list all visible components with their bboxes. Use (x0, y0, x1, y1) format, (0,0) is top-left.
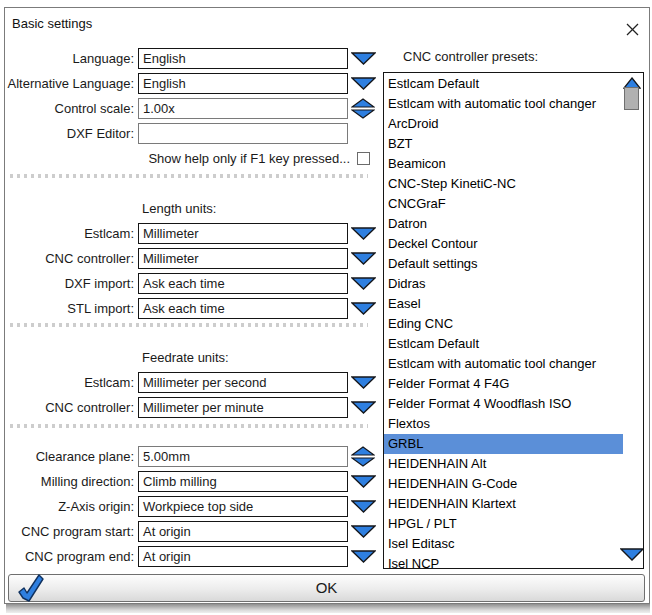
preset-item[interactable]: HPGL / PLT (384, 514, 623, 534)
feedrate-estlcam-dropdown[interactable]: Millimeter per second (138, 372, 348, 393)
feedrate-cnc-controller-label: CNC controller: (5, 397, 134, 418)
preset-item[interactable]: Didras (384, 274, 623, 294)
preset-item[interactable]: HEIDENHAIN G-Code (384, 474, 623, 494)
preset-item[interactable]: Estlcam with automatic tool changer (384, 354, 623, 374)
preset-item[interactable]: Datron (384, 214, 623, 234)
feedrate-cnc-controller-dropdown[interactable]: Millimeter per minute (138, 397, 348, 418)
scroll-down-icon[interactable] (620, 547, 644, 565)
length-estlcam-label: Estlcam: (5, 223, 134, 244)
preset-item[interactable]: Felder Format 4 Woodflash ISO (384, 394, 623, 414)
milling-direction-dropdown[interactable]: Climb milling (138, 471, 348, 492)
chevron-down-icon[interactable] (348, 372, 378, 393)
preset-item[interactable]: ArcDroid (384, 114, 623, 134)
language-row: Language:English (5, 48, 378, 69)
ok-button-label: OK (9, 579, 644, 596)
chevron-down-icon[interactable] (348, 496, 378, 517)
control-scale-row: Control scale:1.00x (5, 98, 378, 119)
z-axis-origin-dropdown[interactable]: Workpiece top side (138, 496, 348, 517)
language-dropdown[interactable]: English (138, 48, 348, 69)
chevron-down-icon[interactable] (348, 73, 378, 94)
length-estlcam-row: Estlcam:Millimeter (5, 223, 378, 244)
cnc-program-end-dropdown[interactable]: At origin (138, 546, 348, 567)
chevron-down-icon[interactable] (348, 248, 378, 269)
close-icon[interactable] (623, 20, 641, 38)
chevron-down-icon[interactable] (348, 521, 378, 542)
cnc-program-start-label: CNC program start: (5, 521, 134, 542)
z-axis-origin-label: Z-Axis origin: (5, 496, 134, 517)
spacer (348, 123, 378, 144)
clearance-plane-row: Clearance plane:5.00mm (5, 446, 378, 467)
presets-listbox[interactable]: Estlcam DefaultEstlcam with automatic to… (383, 72, 644, 569)
general-settings-group: Language:EnglishAlternative Language:Eng… (5, 48, 378, 148)
length-estlcam-dropdown[interactable]: Millimeter (138, 223, 348, 244)
preset-item[interactable]: Felder Format 4 F4G (384, 374, 623, 394)
chevron-down-icon[interactable] (348, 223, 378, 244)
cnc-program-start-row: CNC program start:At origin (5, 521, 378, 542)
stl-import-label: STL import: (5, 298, 134, 319)
help-checkbox[interactable] (357, 152, 370, 165)
chevron-down-icon[interactable] (348, 273, 378, 294)
milling-direction-row: Milling direction:Climb milling (5, 471, 378, 492)
length-cnc-controller-label: CNC controller: (5, 248, 134, 269)
preset-item[interactable]: Easel (384, 294, 623, 314)
dxf-import-label: DXF import: (5, 273, 134, 294)
chevron-down-icon[interactable] (348, 298, 378, 319)
preset-item[interactable]: Deckel Contour (384, 234, 623, 254)
chevron-down-icon[interactable] (348, 48, 378, 69)
ok-button[interactable]: OK (8, 574, 645, 602)
length-units-group: Length units:Estlcam:MillimeterCNC contr… (5, 202, 378, 323)
preset-item[interactable]: Isel Editasc (384, 534, 623, 554)
clearance-plane-field[interactable]: 5.00mm (138, 446, 348, 467)
presets-list: Estlcam DefaultEstlcam with automatic to… (384, 74, 623, 568)
window-shadow (6, 604, 650, 613)
dashed-separator (10, 323, 368, 327)
alternative-language-label: Alternative Language: (5, 73, 134, 94)
preset-item[interactable]: BZT (384, 134, 623, 154)
cnc-program-end-label: CNC program end: (5, 546, 134, 567)
feedrate-cnc-controller-row: CNC controller:Millimeter per minute (5, 397, 378, 418)
preset-item[interactable]: CNCGraF (384, 194, 623, 214)
dxf-editor-field[interactable] (138, 123, 348, 144)
preset-item[interactable]: Estlcam with automatic tool changer (384, 94, 623, 114)
scrollbar-thumb[interactable] (624, 87, 639, 110)
length-cnc-controller-dropdown[interactable]: Millimeter (138, 248, 348, 269)
preset-item[interactable]: Eding CNC (384, 314, 623, 334)
chevron-down-icon[interactable] (348, 471, 378, 492)
dxf-import-dropdown[interactable]: Ask each time (138, 273, 348, 294)
dashed-separator (10, 424, 368, 428)
chevron-down-icon[interactable] (348, 546, 378, 567)
scrollbar[interactable] (622, 73, 642, 568)
up-down-spinner-icon[interactable] (348, 446, 378, 467)
preset-item[interactable]: GRBL (384, 434, 623, 454)
preset-item[interactable]: Estlcam Default (384, 334, 623, 354)
control-scale-label: Control scale: (5, 98, 134, 119)
preset-item[interactable]: HEIDENHAIN Alt (384, 454, 623, 474)
preset-item[interactable]: Estlcam Default (384, 74, 623, 94)
dashed-separator (10, 174, 368, 178)
length-cnc-controller-row: CNC controller:Millimeter (5, 248, 378, 269)
group-header: Length units: (142, 202, 378, 216)
preset-item[interactable]: HEIDENHAIN Klartext (384, 494, 623, 514)
dxf-editor-label: DXF Editor: (5, 123, 134, 144)
help-checkbox-row: Show help only if F1 key pressed... (5, 150, 370, 166)
preset-item[interactable]: Flextos (384, 414, 623, 434)
chevron-down-icon[interactable] (348, 397, 378, 418)
window-title: Basic settings (12, 16, 92, 31)
titlebar: Basic settings (12, 14, 643, 40)
preset-item[interactable]: Isel NCP (384, 554, 623, 569)
presets-label: CNC controller presets: (403, 49, 538, 64)
cnc-program-start-dropdown[interactable]: At origin (138, 521, 348, 542)
preset-item[interactable]: Beamicon (384, 154, 623, 174)
feedrate-estlcam-label: Estlcam: (5, 372, 134, 393)
group-header: Feedrate units: (142, 351, 378, 365)
stl-import-dropdown[interactable]: Ask each time (138, 298, 348, 319)
control-scale-field[interactable]: 1.00x (138, 98, 348, 119)
alternative-language-dropdown[interactable]: English (138, 73, 348, 94)
screen: Basic settings Language:EnglishAlternati… (0, 0, 652, 615)
z-axis-origin-row: Z-Axis origin:Workpiece top side (5, 496, 378, 517)
up-down-spinner-icon[interactable] (348, 98, 378, 119)
dxf-editor-row: DXF Editor: (5, 123, 378, 144)
alternative-language-row: Alternative Language:English (5, 73, 378, 94)
preset-item[interactable]: CNC-Step KinetiC-NC (384, 174, 623, 194)
preset-item[interactable]: Default settings (384, 254, 623, 274)
